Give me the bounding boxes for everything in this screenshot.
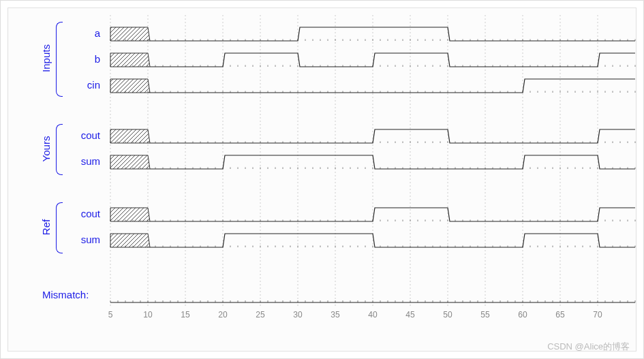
timing-diagram-container: Inputs a b cin Yours cout sum Ref cout s… — [7, 7, 637, 352]
svg-text:10: 10 — [143, 310, 153, 319]
svg-text:20: 20 — [218, 310, 228, 319]
svg-text:55: 55 — [480, 310, 490, 319]
inputs-group-label: Inputs — [40, 31, 52, 86]
signal-label-b: b — [66, 53, 100, 65]
mismatch-label: Mismatch: — [42, 289, 89, 300]
signal-label-cin: cin — [66, 79, 100, 91]
svg-marker-14 — [110, 27, 150, 41]
svg-text:30: 30 — [293, 310, 303, 319]
svg-text:45: 45 — [405, 310, 415, 319]
svg-text:60: 60 — [518, 310, 527, 319]
svg-text:70: 70 — [593, 310, 602, 319]
yours-bracket — [56, 124, 63, 175]
svg-text:25: 25 — [256, 310, 265, 319]
svg-text:40: 40 — [368, 310, 378, 319]
svg-marker-86 — [110, 53, 150, 67]
watermark: CSDN @Alice的博客 — [547, 341, 630, 353]
svg-marker-230 — [110, 129, 150, 143]
svg-marker-302 — [110, 155, 150, 169]
signal-label-cout-y: cout — [66, 129, 100, 141]
svg-text:35: 35 — [331, 310, 340, 319]
svg-text:50: 50 — [443, 310, 453, 319]
signal-label-a: a — [66, 27, 100, 39]
ref-group-label: Ref — [40, 200, 52, 255]
timing-chart: 510152025303540455055606570 — [110, 8, 635, 335]
yours-group-label: Yours — [40, 122, 52, 176]
svg-text:65: 65 — [555, 310, 565, 319]
svg-marker-446 — [110, 234, 150, 247]
signal-label-sum-y: sum — [66, 155, 100, 167]
ref-bracket — [56, 202, 63, 253]
signal-label-sum-r: sum — [66, 234, 100, 245]
svg-marker-374 — [110, 208, 150, 221]
svg-marker-158 — [110, 79, 150, 93]
svg-text:5: 5 — [108, 310, 113, 319]
svg-text:15: 15 — [181, 310, 190, 319]
inputs-bracket — [56, 22, 63, 97]
signal-label-cout-r: cout — [66, 208, 100, 219]
